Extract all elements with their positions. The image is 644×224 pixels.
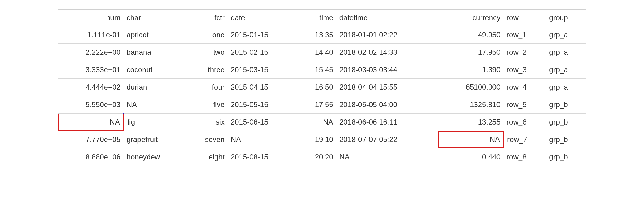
table-body: 1.111e-01apricotone2015-01-1513:352018-0…: [58, 26, 586, 166]
header-currency: currency: [438, 9, 504, 26]
cell-date: 2015-05-15: [228, 96, 297, 114]
cell-datetime: 2018-03-03 03:44: [336, 61, 439, 79]
table-row: 2.222e+00bananatwo2015-02-1514:402018-02…: [58, 44, 586, 61]
cell-date: 2015-01-15: [228, 26, 297, 44]
cell-fctr: three: [187, 61, 228, 79]
table-row: 7.770e+05grapefruitsevenNA19:102018-07-0…: [58, 131, 586, 148]
cell-date: 2015-02-15: [228, 44, 297, 61]
table-row: 3.333e+01coconutthree2015-03-1515:452018…: [58, 61, 586, 79]
cell-row: row_6: [504, 114, 546, 131]
cell-group: grp_b: [546, 96, 586, 114]
cell-currency: 49.950: [438, 26, 504, 44]
cell-time: 19:10: [297, 131, 336, 148]
cell-row: row_1: [504, 26, 546, 44]
cell-num: 8.880e+06: [58, 148, 124, 166]
cell-row: row_8: [504, 148, 546, 166]
cell-group: grp_b: [546, 114, 586, 131]
cell-group: grp_a: [546, 26, 586, 44]
table-row: 1.111e-01apricotone2015-01-1513:352018-0…: [58, 26, 586, 44]
header-group: group: [546, 9, 586, 26]
cell-time: 15:45: [297, 61, 336, 79]
header-num: num: [58, 9, 124, 26]
cell-row: row_3: [504, 61, 546, 79]
cell-group: grp_a: [546, 61, 586, 79]
cell-datetime: 2018-04-04 15:55: [336, 79, 439, 96]
cell-datetime: 2018-06-06 16:11: [336, 114, 439, 131]
cell-fctr: eight: [187, 148, 228, 166]
cell-group: grp_b: [546, 148, 586, 166]
cell-char: NA: [124, 96, 187, 114]
cell-time: 16:50: [297, 79, 336, 96]
cell-char: apricot: [124, 26, 187, 44]
cell-num: 5.550e+03: [58, 96, 124, 114]
cell-row: row_7: [504, 131, 546, 148]
cell-num: 3.333e+01: [58, 61, 124, 79]
cell-row: row_4: [504, 79, 546, 96]
cell-row: row_2: [504, 44, 546, 61]
cell-time: 20:20: [297, 148, 336, 166]
table-row: 4.444e+02durianfour2015-04-1516:502018-0…: [58, 79, 586, 96]
cell-currency: 1.390: [438, 61, 504, 79]
cell-fctr: five: [187, 96, 228, 114]
cell-num: 7.770e+05: [58, 131, 124, 148]
cell-num: 4.444e+02: [58, 79, 124, 96]
cell-currency: 13.255: [438, 114, 504, 131]
cell-datetime: NA: [336, 148, 439, 166]
cell-date: 2015-03-15: [228, 61, 297, 79]
header-char: char: [124, 9, 187, 26]
table-row: 8.880e+06honeydeweight2015-08-1520:20NA0…: [58, 148, 586, 166]
cell-date: 2015-08-15: [228, 148, 297, 166]
cell-num: 2.222e+00: [58, 44, 124, 61]
header-row-label: row: [504, 9, 546, 26]
cell-time: 13:35: [297, 26, 336, 44]
cell-char: durian: [124, 79, 187, 96]
cell-currency: 65100.000: [438, 79, 504, 96]
header-datetime: datetime: [336, 9, 439, 26]
cell-fctr: seven: [187, 131, 228, 148]
cell-datetime: 2018-02-02 14:33: [336, 44, 439, 61]
cell-char: coconut: [124, 61, 187, 79]
header-row: num char fctr date time datetime currenc…: [58, 9, 586, 26]
cell-char: fig: [124, 114, 187, 131]
cell-time: 17:55: [297, 96, 336, 114]
cell-group: grp_a: [546, 44, 586, 61]
table-row: 5.550e+03NAfive2015-05-1517:552018-05-05…: [58, 96, 586, 114]
header-date: date: [228, 9, 297, 26]
cell-fctr: two: [187, 44, 228, 61]
cell-currency: NA: [438, 131, 504, 148]
cell-date: 2015-04-15: [228, 79, 297, 96]
cell-num: 1.111e-01: [58, 26, 124, 44]
cell-date: 2015-06-15: [228, 114, 297, 131]
cell-num: NA: [58, 114, 124, 131]
cell-date: NA: [228, 131, 297, 148]
cell-time: 14:40: [297, 44, 336, 61]
cell-currency: 0.440: [438, 148, 504, 166]
cell-row: row_5: [504, 96, 546, 114]
cell-currency: 1325.810: [438, 96, 504, 114]
header-time: time: [297, 9, 336, 26]
cell-group: grp_a: [546, 79, 586, 96]
cell-datetime: 2018-05-05 04:00: [336, 96, 439, 114]
cell-char: grapefruit: [124, 131, 187, 148]
cell-datetime: 2018-07-07 05:22: [336, 131, 439, 148]
cell-currency: 17.950: [438, 44, 504, 61]
data-table: num char fctr date time datetime currenc…: [58, 9, 586, 166]
table-row: NAfigsix2015-06-15NA2018-06-06 16:1113.2…: [58, 114, 586, 131]
cell-fctr: four: [187, 79, 228, 96]
cell-char: honeydew: [124, 148, 187, 166]
cell-fctr: one: [187, 26, 228, 44]
cell-char: banana: [124, 44, 187, 61]
cell-group: grp_b: [546, 131, 586, 148]
header-fctr: fctr: [187, 9, 228, 26]
cell-time: NA: [297, 114, 336, 131]
cell-datetime: 2018-01-01 02:22: [336, 26, 439, 44]
cell-fctr: six: [187, 114, 228, 131]
